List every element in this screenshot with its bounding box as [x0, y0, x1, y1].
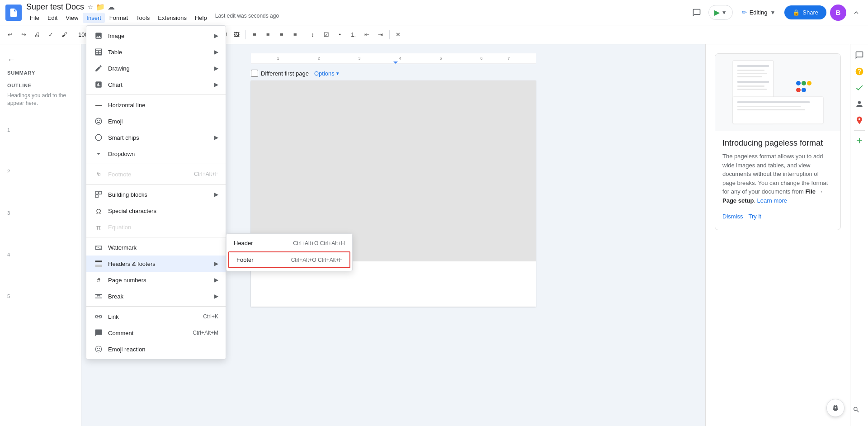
align-left-button[interactable]: ≡: [248, 28, 261, 41]
star-icon[interactable]: ☆: [88, 4, 93, 10]
share-button[interactable]: 🔒 Share: [784, 5, 826, 19]
align-right-button[interactable]: ≡: [275, 28, 288, 41]
rs-expand-icon[interactable]: [849, 402, 863, 417]
footnote-menu-icon: fn: [94, 169, 104, 179]
rs-add-icon[interactable]: [852, 133, 867, 148]
undo-button[interactable]: ↩: [4, 28, 16, 41]
try-it-button[interactable]: Try it: [749, 210, 761, 222]
doc-title[interactable]: Super test Docs: [26, 2, 84, 12]
break-menu-icon: [94, 291, 104, 301]
insert-drawing-item[interactable]: Drawing ▶: [86, 60, 226, 76]
rs-comments-icon[interactable]: [852, 48, 867, 62]
folder-icon[interactable]: 📁: [96, 3, 105, 11]
bullet-list-button[interactable]: •: [334, 28, 346, 41]
insert-special-characters-item[interactable]: Ω Special characters: [86, 203, 226, 219]
hf-footer-item[interactable]: Footer Ctrl+Alt+O Ctrl+Alt+F: [228, 251, 350, 268]
menu-format[interactable]: Format: [106, 13, 132, 23]
insert-comment-item[interactable]: Comment Ctrl+Alt+M: [86, 325, 226, 341]
image-button[interactable]: 🖼: [231, 28, 243, 41]
svg-rect-11: [737, 70, 764, 71]
insert-emoji-reaction-item[interactable]: Emoji reaction: [86, 341, 226, 357]
align-center-button[interactable]: ≡: [262, 28, 274, 41]
insert-building-blocks-item[interactable]: Building blocks ▶: [86, 186, 226, 203]
promo-learn-more-link[interactable]: Learn more: [757, 197, 787, 204]
insert-table-item[interactable]: Table ▶: [86, 44, 226, 60]
emoji-menu-label: Emoji: [108, 118, 218, 125]
insert-horizontal-line-item[interactable]: — Horizontal line: [86, 97, 226, 113]
dismiss-button[interactable]: Dismiss: [722, 210, 743, 222]
insert-footnote-item[interactable]: fn Footnote Ctrl+Alt+F: [86, 166, 226, 182]
print-button[interactable]: 🖨: [31, 28, 43, 41]
link-insert-menu-icon: [94, 312, 104, 322]
meet-button[interactable]: ▶ ▼: [708, 5, 733, 20]
cloud-icon[interactable]: ☁: [108, 3, 115, 11]
doc-icon: [5, 5, 22, 21]
doc-title-area: Super test Docs ☆ 📁 ☁ File Edit View Ins…: [26, 2, 279, 23]
editing-button[interactable]: ✏ Editing ▼: [736, 6, 781, 19]
image-menu-label: Image: [108, 33, 214, 39]
menu-file[interactable]: File: [26, 13, 43, 23]
svg-rect-13: [737, 76, 762, 77]
promo-preview: [715, 54, 840, 131]
checklist-button[interactable]: ☑: [320, 28, 333, 41]
rs-person-icon[interactable]: [852, 97, 867, 111]
toolbar-sep-5: [245, 30, 246, 39]
footer-shortcut: Ctrl+Alt+O Ctrl+Alt+F: [291, 257, 342, 263]
rs-separator: [854, 130, 865, 131]
svg-point-22: [802, 81, 806, 85]
insert-image-item[interactable]: Image ▶: [86, 28, 226, 44]
options-label: Options: [314, 70, 335, 77]
promo-text-after: .: [754, 197, 757, 204]
insert-chart-item[interactable]: Chart ▶: [86, 76, 226, 93]
decrease-indent-button[interactable]: ⇤: [361, 28, 373, 41]
image-menu-icon: [94, 31, 104, 41]
insert-break-item[interactable]: Break ▶: [86, 288, 226, 304]
numbered-list-button[interactable]: 1.: [347, 28, 360, 41]
hf-header-item[interactable]: Header Ctrl+Alt+O Ctrl+Alt+H: [226, 236, 352, 251]
insert-headers-footers-item[interactable]: Headers & footers ▶: [86, 256, 226, 272]
redo-button[interactable]: ↪: [17, 28, 30, 41]
clear-format-button[interactable]: ✕: [392, 28, 405, 41]
menu-help[interactable]: Help: [191, 13, 211, 23]
meet-icon: ▶: [714, 8, 720, 17]
line-spacing-button[interactable]: ↕: [307, 28, 319, 41]
align-justify-button[interactable]: ≡: [289, 28, 302, 41]
options-button[interactable]: Options ▼: [314, 70, 340, 77]
float-action-button[interactable]: [826, 399, 844, 417]
spellcheck-button[interactable]: ✓: [44, 28, 57, 41]
comments-button[interactable]: [689, 5, 705, 21]
svg-point-39: [95, 346, 102, 352]
page-numbers-arrow-icon: ▶: [214, 277, 218, 283]
svg-rect-36: [95, 294, 102, 295]
rs-explore-icon[interactable]: [852, 64, 867, 79]
menu-tools[interactable]: Tools: [132, 13, 153, 23]
insert-link-item[interactable]: Link Ctrl+K: [86, 308, 226, 325]
document-page[interactable]: [251, 80, 536, 307]
page-number-markers: 1 2 3 4 5: [4, 127, 77, 299]
toolbar-sep-1: [73, 30, 73, 39]
promo-preview-image: [728, 58, 828, 126]
collapse-button[interactable]: [850, 6, 863, 19]
insert-dropdown-item[interactable]: Dropdown: [86, 146, 226, 162]
insert-watermark-item[interactable]: Watermark: [86, 239, 226, 256]
user-avatar[interactable]: B: [830, 5, 846, 21]
svg-rect-29: [95, 195, 98, 198]
insert-emoji-item[interactable]: Emoji: [86, 113, 226, 129]
svg-marker-8: [393, 62, 398, 64]
insert-page-numbers-item[interactable]: # Page numbers ▶: [86, 272, 226, 288]
increase-indent-button[interactable]: ⇥: [374, 28, 387, 41]
rs-checkmark-icon[interactable]: [852, 80, 867, 95]
insert-equation-item[interactable]: π Equation: [86, 219, 226, 235]
drawing-menu-label: Drawing: [108, 65, 214, 72]
menu-insert[interactable]: Insert: [83, 13, 105, 23]
back-arrow-icon[interactable]: ←: [7, 55, 15, 65]
paint-format-button[interactable]: 🖌: [58, 28, 71, 41]
menu-view[interactable]: View: [62, 13, 82, 23]
page-num-1: 1: [7, 127, 77, 133]
insert-smart-chips-item[interactable]: Smart chips ▶: [86, 129, 226, 146]
page-num-5: 5: [7, 293, 77, 299]
menu-edit[interactable]: Edit: [44, 13, 61, 23]
diff-first-page-checkbox[interactable]: [251, 70, 258, 77]
menu-extensions[interactable]: Extensions: [154, 13, 190, 23]
rs-location-icon[interactable]: [852, 113, 867, 128]
